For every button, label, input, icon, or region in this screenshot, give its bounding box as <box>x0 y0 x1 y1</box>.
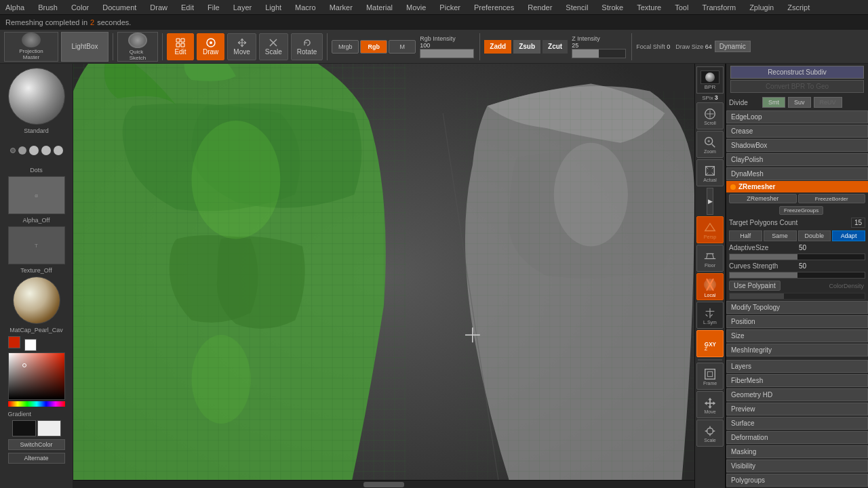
alpha-preview[interactable]: α <box>8 176 65 214</box>
zremesher-button[interactable]: ZRemesher <box>729 194 797 203</box>
polygroups-button[interactable]: Polygroups <box>726 474 868 487</box>
rgb-button[interactable]: Rgb <box>360 40 387 54</box>
menu-item-light[interactable]: Light <box>262 2 284 13</box>
menu-item-document[interactable]: Document <box>100 2 139 13</box>
reuv-button[interactable]: ReUV <box>814 97 842 108</box>
gradient-swatch-white[interactable] <box>37 420 61 436</box>
matcap-preview[interactable] <box>13 277 60 324</box>
visibility-button[interactable]: Visibility <box>726 460 868 472</box>
shadowbox-button[interactable]: ShadowBox <box>726 139 868 152</box>
edit-button[interactable]: Edit <box>167 33 194 60</box>
color-rect[interactable] <box>8 352 65 400</box>
menu-item-marker[interactable]: Marker <box>327 2 355 13</box>
dots-preview[interactable] <box>8 137 65 164</box>
rgb-intensity-slider[interactable] <box>420 49 474 58</box>
menu-item-picker[interactable]: Picker <box>437 2 463 13</box>
preview-button[interactable]: Preview <box>726 403 868 415</box>
target-polygons-value[interactable]: 15 <box>851 218 865 228</box>
menu-item-layer[interactable]: Layer <box>231 2 255 13</box>
menu-item-transform[interactable]: Transform <box>699 2 738 13</box>
move-button[interactable]: Move <box>227 33 256 60</box>
menu-item-tool[interactable]: Tool <box>672 2 691 13</box>
switch-color-button[interactable]: SwitchColor <box>8 439 65 450</box>
curves-strength-slider[interactable] <box>729 272 865 279</box>
menu-item-movie[interactable]: Movie <box>403 2 429 13</box>
menu-item-zplugin[interactable]: Zplugin <box>747 2 776 13</box>
menu-item-macro[interactable]: Macro <box>292 2 319 13</box>
brush-preview[interactable] <box>8 68 65 125</box>
scale-tool-button[interactable]: Scale <box>696 420 724 447</box>
frame-button[interactable]: Frame <box>696 363 724 390</box>
scale-button[interactable]: Scale <box>259 33 288 60</box>
menu-item-zscript[interactable]: Zscript <box>785 2 812 13</box>
projection-master-button[interactable]: ProjectionMaster <box>4 32 58 62</box>
double-button[interactable]: Double <box>798 230 831 241</box>
size-button[interactable]: Size <box>726 329 868 342</box>
color-picker[interactable] <box>8 336 65 407</box>
lightbox-button[interactable]: LightBox <box>61 32 108 62</box>
scroll-button[interactable]: Scroll <box>696 102 724 129</box>
menu-item-render[interactable]: Render <box>525 2 555 13</box>
dynamesh-button[interactable]: DynaMesh <box>726 167 868 180</box>
zcut-button[interactable]: Zcut <box>542 40 568 54</box>
background-color[interactable] <box>24 339 37 351</box>
deformation-button[interactable]: Deformation <box>726 431 868 444</box>
layers-button[interactable]: Layers <box>726 360 868 373</box>
local-button[interactable]: Local <box>696 273 724 300</box>
menu-item-edit[interactable]: Edit <box>178 2 197 13</box>
same-button[interactable]: Same <box>764 230 797 241</box>
freezegroups-button[interactable]: FreezeGroups <box>779 206 823 215</box>
alternate-button[interactable]: Alternate <box>8 453 65 464</box>
mrgb-button[interactable]: Mrgb <box>332 40 359 54</box>
persp-button[interactable]: Persp <box>696 216 724 243</box>
convert-bpr-button[interactable]: Convert BPR To Geo <box>730 80 864 93</box>
menu-item-texture[interactable]: Texture <box>634 2 664 13</box>
adaptive-size-slider[interactable] <box>729 253 865 260</box>
menu-item-color[interactable]: Color <box>68 2 92 13</box>
menu-item-draw[interactable]: Draw <box>147 2 170 13</box>
claypolish-button[interactable]: ClayPolish <box>726 153 868 166</box>
move-tool-button[interactable]: Move <box>696 391 724 418</box>
edgeloop-button[interactable]: EdgeLoop <box>726 110 868 123</box>
actual-button[interactable]: Actual <box>696 159 724 186</box>
zoom-button[interactable]: Zoom <box>696 131 724 158</box>
zremesher-section-header[interactable]: ZRemesher <box>726 181 868 192</box>
m-button[interactable]: M <box>389 40 416 54</box>
draw-button[interactable]: Draw <box>197 33 224 60</box>
color-density-slider[interactable] <box>729 293 865 300</box>
menu-item-brush[interactable]: Brush <box>35 2 60 13</box>
menu-item-alpha[interactable]: Alpha <box>3 2 27 13</box>
surface-button[interactable]: Surface <box>726 417 868 430</box>
position-button[interactable]: Position <box>726 315 868 328</box>
quick-sketch-button[interactable]: QuickSketch <box>117 32 158 62</box>
modify-topology-button[interactable]: Modify Topology <box>726 301 868 314</box>
hue-bar[interactable] <box>8 401 65 407</box>
menu-item-file[interactable]: File <box>205 2 222 13</box>
bpr-button[interactable]: BPR <box>696 66 724 94</box>
half-button[interactable]: Half <box>729 230 762 241</box>
smt-button[interactable]: Smt <box>762 97 785 108</box>
menu-item-preferences[interactable]: Preferences <box>471 2 517 13</box>
adapt-button[interactable]: Adapt <box>832 230 865 241</box>
lsym-button[interactable]: L.Sym <box>696 302 724 329</box>
gradient-swatch-black[interactable] <box>12 420 36 436</box>
mesh-integrity-button[interactable]: MeshIntegrity <box>726 344 868 357</box>
zadd-button[interactable]: Zadd <box>484 40 511 54</box>
menu-item-material[interactable]: Material <box>363 2 395 13</box>
menu-item-stroke[interactable]: Stroke <box>599 2 626 13</box>
reconstruct-subdiv-button[interactable]: Reconstruct Subdiv <box>730 66 864 79</box>
dynamic-button[interactable]: Dynamic <box>715 41 751 52</box>
z-intensity-slider[interactable] <box>572 49 626 58</box>
rotate-button[interactable]: Rotate <box>291 33 323 60</box>
use-polypaint-button[interactable]: Use Polypaint <box>729 281 781 291</box>
crease-button[interactable]: Crease <box>726 125 868 138</box>
draw-size-control[interactable]: Draw Size 64 <box>675 43 712 50</box>
gxyz-button[interactable]: GXY Z <box>696 330 724 357</box>
panel-toggle-arrow[interactable]: ▶ <box>707 188 713 215</box>
suv-button[interactable]: Suv <box>788 97 811 108</box>
freezeborder-button[interactable]: FreezeBorder <box>798 194 866 203</box>
masking-button[interactable]: Masking <box>726 445 868 458</box>
menu-item-stencil[interactable]: Stencil <box>563 2 591 13</box>
fibermesh-button[interactable]: FiberMesh <box>726 374 868 387</box>
zsub-button[interactable]: Zsub <box>513 40 540 54</box>
